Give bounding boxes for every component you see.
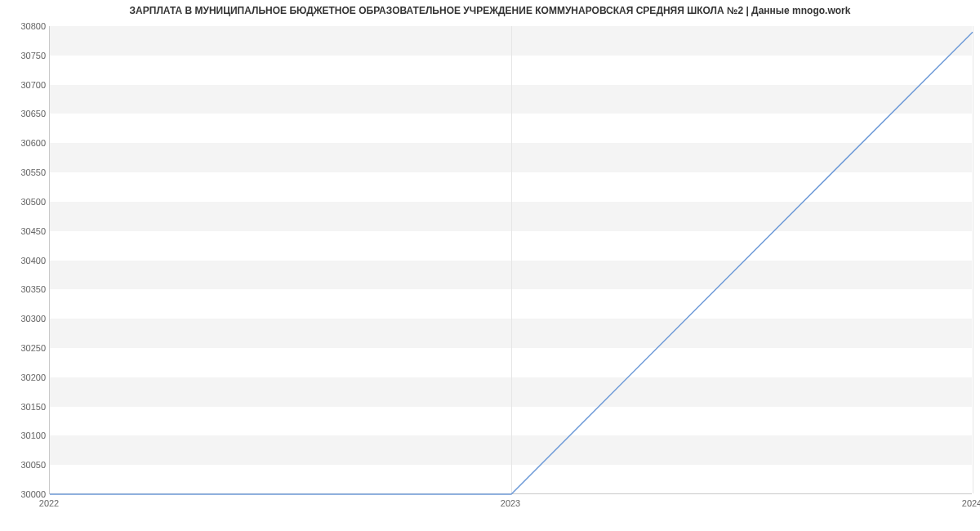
y-tick-label: 30650 xyxy=(5,109,46,118)
y-tick-label: 30300 xyxy=(5,314,46,324)
y-tick-label: 30150 xyxy=(5,402,46,412)
grid-vertical xyxy=(973,26,973,493)
x-tick-label: 2023 xyxy=(501,498,520,508)
y-tick-label: 30100 xyxy=(5,431,46,440)
x-tick-label: 2024 xyxy=(962,498,980,508)
y-tick-label: 30750 xyxy=(5,51,46,60)
plot-area xyxy=(49,26,972,494)
y-tick-label: 30450 xyxy=(5,226,46,236)
y-tick-label: 30700 xyxy=(5,80,46,90)
line-layer xyxy=(50,26,972,493)
y-tick-label: 30250 xyxy=(5,343,46,353)
y-tick-label: 30500 xyxy=(5,197,46,207)
y-tick-label: 30550 xyxy=(5,167,46,177)
y-tick-label: 30800 xyxy=(5,21,46,31)
y-tick-label: 30200 xyxy=(5,373,46,382)
y-tick-label: 30600 xyxy=(5,138,46,148)
chart-title: ЗАРПЛАТА В МУНИЦИПАЛЬНОЕ БЮДЖЕТНОЕ ОБРАЗ… xyxy=(0,5,980,16)
y-tick-label: 30350 xyxy=(5,284,46,294)
series-line xyxy=(50,32,973,494)
x-tick-label: 2022 xyxy=(39,498,59,508)
y-tick-label: 30050 xyxy=(5,460,46,470)
salary-chart: ЗАРПЛАТА В МУНИЦИПАЛЬНОЕ БЮДЖЕТНОЕ ОБРАЗ… xyxy=(0,0,980,531)
y-tick-label: 30400 xyxy=(5,256,46,266)
